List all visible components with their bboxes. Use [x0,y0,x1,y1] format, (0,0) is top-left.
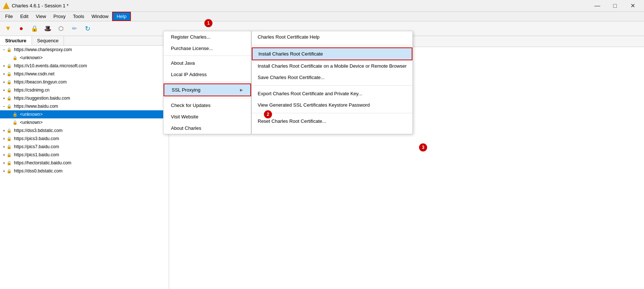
menu-help[interactable]: Help [112,12,131,21]
tree-item-label: https://www.csdn.net [14,71,54,76]
tree-item-label: https://beacon.tingyun.com [14,79,67,85]
tree-item-label: https://dss0.bdstatic.com [14,168,62,174]
tree-item-label: https://v10.events.data.microsoft.com [14,63,87,68]
lock-icon: 🔒 [7,160,12,166]
tree-item-4[interactable]: +🔒https://beacon.tingyun.com [0,78,169,86]
submenu-install-mobile-cert[interactable]: Install Charles Root Certificate on a Mo… [252,60,412,72]
tree-item-label: https://www.charlesproxy.com [14,47,72,52]
tree-expand-icon: + [1,64,7,68]
menu-check-updates[interactable]: Check for Updates [164,100,251,111]
toolbar-filter-btn[interactable]: ▼ [2,23,14,35]
badge-2: 2 [264,110,272,118]
maximize-button[interactable]: □ [607,0,623,11]
tree-item-label: <unknown> [20,55,43,60]
menu-sep-3 [164,98,251,98]
tree-expand-icon: + [1,96,7,100]
tree-item-14[interactable]: +🔒https://hectorstatic.baidu.com [0,159,169,167]
tree-item-label: https://www.baidu.com [14,104,58,109]
menu-register-charles[interactable]: Register Charles... [164,31,251,43]
tree-expand-icon: + [1,129,7,133]
lock-icon: 🔒 [7,71,12,77]
tree-item-2[interactable]: +🔒https://v10.events.data.microsoft.com [0,62,169,70]
badge-3: 3 [419,143,427,151]
tree-item-10[interactable]: +🔒https://dss3.bdstatic.com [0,126,169,135]
toolbar-compose-btn[interactable]: ⬡ [55,23,67,35]
submenu-view-ssl-password[interactable]: View Generated SSL Certificates Keystore… [252,99,412,111]
toolbar-refresh-btn[interactable]: ↻ [82,23,93,35]
menu-about-java[interactable]: About Java [164,57,251,69]
tree-item-12[interactable]: +🔒https://pics7.baidu.com [0,143,169,151]
tree-item-8[interactable]: 🔒<unknown> [0,110,169,118]
tree-item-15[interactable]: +🔒https://dss0.bdstatic.com [0,167,169,175]
ssl-proxying-label: SSL Proxying [172,87,200,93]
tree-item-label: https://pics7.baidu.com [14,144,59,149]
toolbar-record-btn[interactable]: ● [15,23,27,35]
tree-item-label: <unknown> [20,120,43,125]
toolbar-breakpoints-btn[interactable]: 🎩 [42,23,54,35]
lock-icon: 🔒 [7,79,12,85]
menu-local-ip[interactable]: Local IP Address [164,69,251,80]
tree-item-6[interactable]: +🔒https://suggestion.baidu.com [0,94,169,102]
lock-icon: 🔒 [7,63,12,69]
tree-expand-icon: − [1,48,7,52]
help-menu: Register Charles... Purchase License... … [163,31,251,134]
tree-expand-icon: + [1,169,7,173]
menu-ssl-proxying[interactable]: SSL Proxying ▶ [164,83,251,96]
submenu-arrow: ▶ [240,88,243,92]
lock-gray-icon: 🔒 [12,55,18,61]
tree-item-11[interactable]: +🔒https://pics3.baidu.com [0,135,169,143]
tree-item-13[interactable]: +🔒https://pics1.baidu.com [0,151,169,159]
tree-expand-icon: + [1,145,7,149]
lock-icon: 🔒 [7,87,12,93]
tree-item-5[interactable]: +🔒https://csdnimg.cn [0,86,169,94]
tree-item-label: https://csdnimg.cn [14,88,50,93]
tree-expand-icon: + [1,80,7,84]
tree-item-label: <unknown> [20,112,43,117]
tree-item-0[interactable]: −🔒https://www.charlesproxy.com [0,46,169,54]
left-tabs: Structure Sequence [0,36,169,46]
badge-1: 1 [204,19,212,27]
menu-about-charles[interactable]: About Charles [164,122,251,134]
title-bar: Charles 4.6.1 - Session 1 * — □ ✕ [0,0,644,12]
minimize-button[interactable]: — [589,0,606,11]
menu-sep-1 [164,56,251,56]
submenu-sep-3 [252,113,412,113]
toolbar-edit-btn[interactable]: ✏ [68,23,80,35]
menu-tools[interactable]: Tools [69,12,88,21]
tab-structure[interactable]: Structure [0,36,32,45]
app-icon [3,3,10,9]
tree-expand-icon: + [1,153,7,157]
submenu-cert-help[interactable]: Charles Root Certificate Help [252,31,412,43]
ssl-submenu: Charles Root Certificate Help Install Ch… [251,31,413,134]
menu-proxy[interactable]: Proxy [50,12,69,21]
tree-expand-icon: − [1,104,7,108]
tree-item-9[interactable]: 🔒<unknown> [0,118,169,126]
tab-sequence[interactable]: Sequence [32,36,64,45]
lock-icon: 🔒 [7,47,12,53]
left-panel: Structure Sequence −🔒https://www.charles… [0,36,169,289]
lock-gray-icon: 🔒 [12,111,18,117]
submenu-install-cert[interactable]: Install Charles Root Certificate [252,47,412,60]
tree-item-3[interactable]: +🔒https://www.csdn.net [0,70,169,78]
menu-sep-2 [164,82,251,82]
lock-icon: 🔒 [7,168,12,174]
submenu-sep-2 [252,85,412,86]
menu-edit[interactable]: Edit [17,12,32,21]
menu-view[interactable]: View [32,12,50,21]
close-button[interactable]: ✕ [624,0,641,11]
toolbar-throttle-btn[interactable]: 🔒 [29,23,40,35]
tree-expand-icon: + [1,137,7,141]
menu-window[interactable]: Window [88,12,112,21]
menu-purchase-license[interactable]: Purchase License... [164,43,251,54]
submenu-reset-cert[interactable]: Reset Charles Root Certificate... [252,115,412,127]
menu-bar: File Edit View Proxy Tools Window Help [0,12,644,21]
lock-gray-icon: 🔒 [12,119,18,125]
tree-item-label: https://hectorstatic.baidu.com [14,160,71,165]
tree-item-7[interactable]: −🔒https://www.baidu.com [0,102,169,110]
menu-visit-website[interactable]: Visit Website [164,111,251,122]
submenu-save-cert[interactable]: Save Charles Root Certificate... [252,72,412,83]
lock-icon: 🔒 [7,144,12,150]
tree-item-1[interactable]: 🔒<unknown> [0,54,169,62]
submenu-export-cert[interactable]: Export Charles Root Certificate and Priv… [252,88,412,99]
menu-file[interactable]: File [1,12,17,21]
